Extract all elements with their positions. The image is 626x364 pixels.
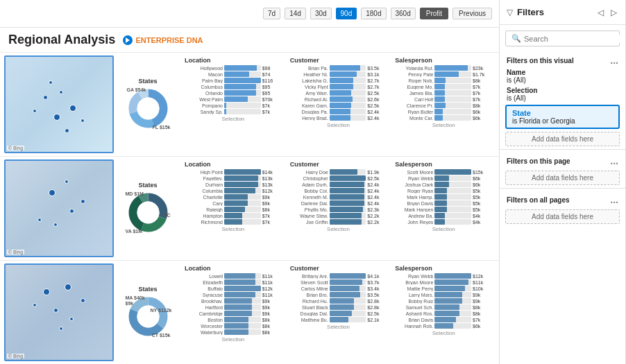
- bar-row: Boston $8k: [185, 317, 282, 322]
- map-dot: [43, 95, 48, 100]
- bar-row: Sandy Sp. $7k: [185, 109, 282, 114]
- brand-text2: DNA: [187, 36, 203, 44]
- filter-selection-item[interactable]: Selection is (All): [500, 85, 625, 103]
- map-dot: [81, 119, 85, 123]
- bar-row: Bobby Col. $2.4k: [290, 188, 387, 193]
- map-dot: [37, 218, 42, 222]
- bar-row: Palm Bay $116: [185, 78, 282, 83]
- bar-row: Harry Doe $1.9k: [290, 169, 387, 175]
- states-label-1: States: [138, 78, 157, 85]
- customer-axis-1: Selection: [290, 122, 387, 128]
- filters-panel: ▽ Filters ◁ ▷ 🔍 Filters on this visual .…: [500, 0, 626, 364]
- bar-row: Steven Scott $3.7k: [290, 279, 387, 285]
- brand-logo: ENTERPRISE DNA: [122, 35, 203, 46]
- bar-row: Brian Pa. $3.5k: [290, 65, 387, 71]
- bar-row: Roger Nob. $8k: [395, 78, 492, 83]
- bar-row: John Reyes $4k: [395, 219, 492, 225]
- bar-row: Raleigh $8k: [185, 207, 282, 212]
- map-dot: [33, 303, 37, 307]
- map-section-2[interactable]: © Bing: [4, 159, 114, 257]
- map-dot: [65, 284, 71, 291]
- bar-row: Cambridge $9k: [185, 311, 282, 316]
- time-btn-7d[interactable]: 7d: [263, 8, 280, 19]
- time-btn-90d[interactable]: 90d: [336, 8, 357, 19]
- filter-name-item[interactable]: Name is (All): [500, 67, 625, 85]
- map-dot: [69, 317, 74, 321]
- donut-1: GA $54k FL $15k: [126, 86, 171, 131]
- bar-row: Pompano $7k: [185, 103, 282, 108]
- bar-row: Charlotte $9k: [185, 194, 282, 200]
- time-btn-30d[interactable]: 30d: [310, 8, 332, 19]
- bar-row: Penny Pate $1.7k: [395, 71, 492, 77]
- bar-row: Lakeisha G. $2.7k: [290, 78, 387, 83]
- visual-section-label: Filters on this visual: [507, 57, 574, 64]
- brand-icon: [122, 35, 133, 46]
- bar-row: Monte Car. $6k: [395, 115, 492, 121]
- search-input[interactable]: [524, 35, 620, 43]
- axis-label-3: Selection: [185, 336, 282, 343]
- bar-row: Clarence Pr. $8k: [395, 103, 492, 108]
- search-icon: 🔍: [511, 34, 521, 43]
- bar-row: Douglas Dal. $2.5k: [290, 311, 387, 316]
- filters-back-arrow[interactable]: ◁: [596, 6, 605, 19]
- bar-row: Columbus $95: [185, 84, 282, 89]
- filters-forward-arrow[interactable]: ▷: [609, 6, 618, 19]
- time-btn-180d[interactable]: 180d: [361, 8, 386, 19]
- bar-row: Kenneth M. $2.4k: [290, 194, 387, 200]
- bar-row: Bryan Moore $11k: [395, 279, 492, 285]
- brand-text1: ENTERPRISE: [135, 36, 184, 44]
- map-section-1[interactable]: © Bing: [4, 55, 114, 153]
- map-dot: [59, 90, 63, 94]
- map-section-3[interactable]: © Bing: [4, 263, 114, 361]
- profit-button[interactable]: Profit: [420, 8, 448, 19]
- bar-row: Ryan Webb $12k: [395, 273, 492, 279]
- all-pages-section-dots[interactable]: ...: [610, 194, 618, 205]
- map-bg-2: © Bing: [6, 161, 112, 256]
- bar-row: Brian Davis $7k: [395, 317, 492, 322]
- all-pages-section-label: Filters on all pages: [507, 196, 570, 204]
- bar-row: Bobby Ruiz $9k: [395, 298, 492, 304]
- bar-row: Hollywood $98: [185, 65, 282, 71]
- bar-row: Hampton $7k: [185, 213, 282, 218]
- customer-title-3: Customer: [290, 265, 387, 272]
- bar-row: West Palm $70k: [185, 96, 282, 102]
- map-dot: [43, 288, 50, 295]
- bar-row: Buffalo $12k: [185, 286, 282, 291]
- main-panel: 7d 14d 30d 90d 180d 360d Profit Previous…: [0, 0, 500, 364]
- bar-row: Samuel Sch. $8k: [395, 304, 492, 310]
- bar-row: Columbia $12k: [185, 188, 282, 193]
- map-dot: [53, 114, 60, 121]
- bar-row: Vicky Flynt $2.7k: [290, 84, 387, 89]
- filter-state-highlighted[interactable]: State is Florida or Georgia: [505, 105, 620, 129]
- customer-chart-3: Customer Brittany Anr. $4.1k Steven Scot…: [287, 263, 390, 361]
- add-page-fields-btn[interactable]: Add data fields here: [505, 171, 620, 185]
- time-btn-360d[interactable]: 360d: [391, 8, 416, 19]
- map-dot: [49, 189, 56, 196]
- filter-name-label: Name: [507, 69, 618, 76]
- svg-point-11: [137, 202, 159, 224]
- bar-row: Macon $74: [185, 71, 282, 77]
- bing-watermark-2: © Bing: [7, 250, 24, 254]
- previous-button[interactable]: Previous: [452, 8, 492, 19]
- bar-row: Henry Brad. $2.4k: [290, 115, 387, 121]
- salesperson-chart-1: Salesperson Yolanda Rut. $23k Penny Pate…: [392, 55, 495, 153]
- visual-filter-section-title: Filters on this visual ...: [500, 52, 625, 67]
- visual-section-dots[interactable]: ...: [610, 55, 618, 66]
- location-bars-1: Hollywood $98 Macon $74 Palm Bay: [185, 65, 282, 115]
- donut-label-ga: GA $54k: [127, 87, 146, 92]
- search-box[interactable]: 🔍: [505, 31, 620, 46]
- page-section-dots[interactable]: ...: [610, 155, 618, 166]
- location-chart-2: Location High Point $14k Fayettev. $13k: [182, 159, 285, 257]
- salesperson-axis-3: Selection: [395, 330, 492, 336]
- filter-selection-value: is (All): [507, 94, 618, 102]
- salesperson-bars-2: Scott Moore $15k Ryan Webb $6k Joshua Cl…: [395, 169, 492, 225]
- axis-label-1: Selection: [185, 116, 282, 122]
- data-row-1: © Bing States GA $54k: [0, 53, 499, 157]
- add-visual-fields-btn[interactable]: Add data fields here: [505, 132, 620, 146]
- add-all-fields-btn[interactable]: Add data fields here: [505, 209, 620, 224]
- bar-row: Elizabeth $11k: [185, 279, 282, 285]
- time-btn-14d[interactable]: 14d: [285, 8, 306, 19]
- bar-row: Carl Holt $7k: [395, 96, 492, 102]
- donut-label-nc: NC: [163, 213, 170, 218]
- bar-row: Richard Al. $2.6k: [290, 96, 387, 102]
